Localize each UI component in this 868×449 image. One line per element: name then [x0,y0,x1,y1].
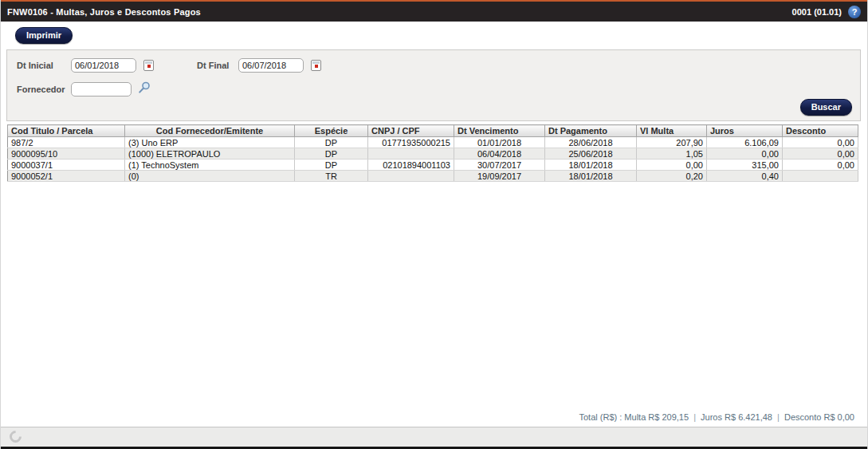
table-cell: 0,20 [637,171,707,182]
table-cell [783,171,858,182]
table-row[interactable]: 987/2(3) Uno ERPDP0177193500021501/01/20… [8,137,858,148]
table-cell: (1000) ELETROPAULO [125,148,295,160]
totals-juros: Juros R$ 6.421,48 [701,412,772,422]
table-row[interactable]: 9000037/1(1) TechnoSystemDP0210189400110… [8,160,858,171]
column-header-8[interactable]: Juros [707,125,783,137]
table-cell: 0,40 [707,171,783,182]
buscar-button[interactable]: Buscar [800,99,852,116]
table-cell: 06/04/2018 [454,148,545,160]
table-cell: 0,00 [783,148,858,160]
table-cell: DP [295,137,368,148]
column-header-7[interactable]: Vl Multa [637,125,707,137]
table-cell: 18/01/2018 [545,160,637,171]
dt-final-input[interactable] [238,58,304,73]
table-cell: (0) [125,171,295,182]
table-cell: 01771935000215 [368,137,454,148]
totals-label: Total (R$) : [579,412,623,422]
column-header-3[interactable]: Espécie [295,125,368,137]
table-cell: 315,00 [707,160,783,171]
table-cell: DP [295,148,368,160]
results-table: Cod Titulo / ParcelaCod Fornecedor/Emite… [7,124,858,182]
column-header-9[interactable]: Desconto [783,125,858,137]
column-header-4[interactable]: CNPJ / CPF [368,125,454,137]
table-cell: TR [295,171,368,182]
table-cell: DP [295,160,368,171]
totals-separator: | [691,412,698,422]
app-window: FNW0106 - Multas, Juros e Descontos Pago… [0,0,868,449]
calendar-icon[interactable] [143,60,154,71]
column-header-5[interactable]: Dt Vencimento [454,125,545,137]
filter-row-dates: Dt Inicial Dt Final [17,58,852,73]
column-header-1[interactable]: Cod Titulo / Parcela [8,125,125,137]
buscar-row: Buscar [17,99,852,116]
table-cell: 0,00 [783,160,858,171]
table-cell: 25/06/2018 [545,148,637,160]
table-cell: 6.106,09 [707,137,783,148]
table-cell: 0,00 [637,160,707,171]
page-title: FNW0106 - Multas, Juros e Descontos Pago… [7,7,201,17]
totals-multa: Multa R$ 209,15 [624,412,689,422]
table-row[interactable]: 9000052/1(0)TR19/09/201718/01/20180,200,… [8,171,858,182]
table-cell [368,148,454,160]
fornecedor-label: Fornecedor [17,85,71,94]
table-row[interactable]: 9000095/10(1000) ELETROPAULODP06/04/2018… [8,148,858,160]
dt-final-label: Dt Final [197,61,238,70]
table-cell: 30/07/2017 [454,160,545,171]
table-cell: 02101894001103 [368,160,454,171]
table-header-row: Cod Titulo / ParcelaCod Fornecedor/Emite… [8,125,858,137]
totals-separator: | [775,412,782,422]
table-cell: 18/01/2018 [545,171,637,182]
status-bar [1,427,867,447]
filter-panel: Dt Inicial Dt Final Fornecedor Buscar [6,49,861,121]
title-bar: FNW0106 - Multas, Juros e Descontos Pago… [1,2,867,22]
titlebar-right: 0001 (01.01) ? [792,6,861,18]
version-label: 0001 (01.01) [792,7,842,17]
table-cell: 987/2 [8,137,125,148]
totals-line: Total (R$) : Multa R$ 209,15 | Juros R$ … [579,412,855,422]
table-cell: 0,00 [707,148,783,160]
dt-inicial-label: Dt Inicial [17,61,71,70]
table-cell: 9000095/10 [8,148,125,160]
calendar-icon[interactable] [311,60,321,71]
table-cell: 28/06/2018 [545,137,637,148]
column-header-6[interactable]: Dt Pagamento [545,125,637,137]
table-cell: (1) TechnoSystem [125,160,295,171]
table-cell: 1,05 [637,148,707,160]
imprimir-button[interactable]: Imprimir [15,27,73,44]
table-cell: (3) Uno ERP [125,137,295,148]
table-cell: 9000052/1 [8,171,125,182]
column-header-2[interactable]: Cod Fornecedor/Emitente [125,125,295,137]
filter-row-fornecedor: Fornecedor [17,81,852,97]
table-cell: 207,90 [637,137,707,148]
spinner-icon [7,428,24,445]
table-cell: 19/09/2017 [454,171,545,182]
table-body: 987/2(3) Uno ERPDP0177193500021501/01/20… [8,137,858,182]
table-cell: 01/01/2018 [454,137,545,148]
totals-desconto: Desconto R$ 0,00 [784,412,854,422]
search-icon[interactable] [138,81,151,97]
dt-inicial-input[interactable] [71,58,136,73]
fornecedor-input[interactable] [71,82,132,96]
toolbar: Imprimir [1,22,867,44]
table-cell: 0,00 [783,137,858,148]
table-cell [368,171,454,182]
table-cell: 9000037/1 [8,160,125,171]
help-icon[interactable]: ? [848,6,861,18]
